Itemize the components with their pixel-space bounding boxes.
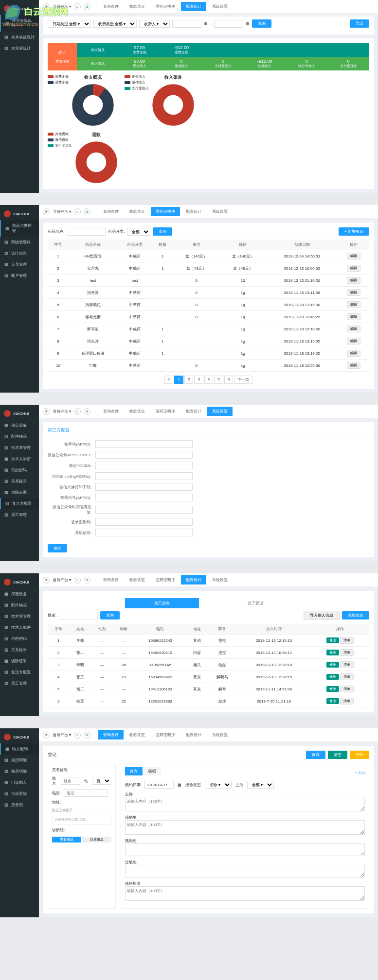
sidebar-item-future[interactable]: ▤未来收益统计 (0, 32, 39, 43)
refresh-icon[interactable]: ⟳ (43, 208, 50, 215)
list-button[interactable]: 清单 (340, 673, 354, 680)
edit-button[interactable]: 修改 (326, 686, 339, 692)
edit-button[interactable]: 编辑 (347, 362, 360, 369)
tel-input[interactable] (64, 789, 108, 797)
tab[interactable]: 医药证明序 (151, 730, 180, 739)
tab[interactable]: 查询条件 (98, 730, 124, 739)
sidebar-item[interactable]: ▦人员管理 (0, 259, 39, 270)
edit-button[interactable]: 编辑 (347, 277, 360, 284)
add-rx-link[interactable]: + 123 (355, 771, 365, 775)
edit-button[interactable]: 编辑 (347, 313, 360, 320)
sex-select[interactable]: 性别 ▾ (92, 777, 111, 785)
f4-input[interactable] (125, 865, 365, 877)
sidebar-item[interactable]: ▥员工管理 (0, 509, 39, 520)
add-button[interactable]: 添加信息 (342, 611, 369, 619)
doc-select[interactable]: 全部 ▾ (247, 781, 274, 789)
calendar-icon[interactable]: ▦ (246, 21, 250, 26)
sidebar-item[interactable]: ▤你的密码 (0, 633, 39, 644)
date-from-input[interactable] (172, 20, 201, 28)
sidebar-item[interactable]: ▦切除证果 (0, 487, 39, 498)
config-input[interactable] (95, 451, 193, 459)
config-input[interactable] (95, 462, 193, 469)
date-to-input[interactable] (214, 20, 243, 28)
sidebar-item[interactable]: ▦切除证果 (0, 655, 39, 667)
page-link[interactable]: 3 (194, 376, 203, 384)
f1-input[interactable] (125, 797, 365, 811)
page-link[interactable]: 6 (224, 376, 233, 384)
sidebar-item[interactable]: ▤复活方配置 (0, 498, 39, 509)
dropdown-platform[interactable]: 当前平台 ▾ (53, 732, 71, 738)
sidebar-item[interactable]: ▥技术资管理 (0, 442, 39, 453)
save-button[interactable]: 保存 (306, 751, 325, 759)
config-input[interactable] (95, 529, 193, 536)
tab[interactable]: 收款凭证 (125, 575, 150, 585)
tab[interactable]: 查询条件 (98, 207, 124, 216)
refresh-icon[interactable]: ⟳ (43, 408, 50, 415)
search-button[interactable]: 查询 (100, 611, 120, 619)
sidebar-item[interactable]: ▥独居明细 (0, 766, 39, 777)
search-input[interactable] (59, 612, 98, 619)
type-select[interactable]: 初诊 ▾ (205, 781, 232, 789)
sidebar-item[interactable]: ▦技术人加密 (0, 453, 39, 464)
edit-button[interactable]: 编辑 (347, 253, 360, 259)
name-input[interactable] (61, 777, 80, 785)
list-button[interactable]: 清单 (340, 661, 354, 668)
tab[interactable]: 收款凭证 (125, 730, 150, 739)
tab[interactable]: 配查统计 (181, 207, 206, 216)
page-link[interactable]: 2 (184, 376, 193, 384)
edit-button[interactable]: 修改 (326, 637, 339, 643)
tab[interactable]: 查询条件 (98, 575, 124, 585)
import-button[interactable]: 导入病人信息 (304, 611, 340, 620)
sidebar-item[interactable]: ▥关系提示 (0, 644, 39, 655)
tab[interactable]: 收款凭证 (125, 207, 150, 216)
tab-4[interactable]: 配查统计 (181, 2, 206, 11)
advice-tab[interactable]: 医嘱 (144, 767, 161, 775)
tab[interactable]: 医药证明序 (151, 575, 180, 585)
print-button[interactable]: 打印 (350, 751, 369, 759)
sidebar-item[interactable]: ▦转方配制 (0, 743, 39, 755)
tab[interactable]: 医药证明序 (151, 407, 180, 416)
subtab-staff-mgmt[interactable]: 员工管理 (218, 598, 292, 608)
clear-button[interactable]: 清空 (328, 751, 347, 759)
f5-input[interactable] (125, 886, 365, 901)
edit-button[interactable]: 修改 (326, 650, 339, 655)
edit-button[interactable]: 修改 (326, 662, 339, 668)
home-icon[interactable]: ⌂ (74, 732, 81, 739)
refresh-icon[interactable]: ⟳ (43, 577, 50, 584)
settings-icon[interactable]: ✿ (84, 732, 90, 739)
settings-icon[interactable]: ✿ (84, 208, 90, 215)
page-link[interactable]: 5 (214, 376, 223, 384)
sidebar-item[interactable]: ▤配件物品 (0, 600, 39, 611)
config-input[interactable] (95, 494, 193, 501)
tab[interactable]: 系统设置 (207, 575, 233, 585)
edit-button[interactable]: 编辑 (347, 289, 360, 296)
dropdown-platform[interactable]: 当前平台 ▾ (53, 209, 71, 214)
sidebar-item[interactable]: ▦药品与费用守 (0, 220, 39, 237)
edit-button[interactable]: 编辑 (347, 265, 360, 272)
home-icon[interactable]: ⌂ (74, 208, 81, 215)
sidebar-item-main-biz[interactable]: ▥主营业统计 (0, 43, 39, 54)
date-input[interactable] (144, 781, 174, 789)
filter-fee-type[interactable]: 收费类型 全部 ▾ (93, 20, 137, 28)
sidebar-item[interactable]: ▦保定设备 (0, 588, 39, 600)
tab[interactable]: 系统设置 (207, 207, 233, 216)
rx-tab[interactable]: 处方 (125, 767, 143, 775)
list-button[interactable]: 清单 (340, 649, 354, 656)
refresh-icon[interactable]: ⟳ (43, 732, 50, 739)
view-info-button[interactable]: 查看信息 (52, 837, 81, 842)
sidebar-item[interactable]: ▥诊疗信息 (0, 248, 39, 259)
dropdown-platform[interactable]: 当前平台 ▾ (53, 577, 71, 583)
sidebar-item[interactable]: ▤配件物品 (0, 431, 39, 442)
sidebar-item[interactable]: ▥员工管理 (0, 678, 39, 689)
list-button[interactable]: 清单 (340, 698, 354, 705)
sidebar-item[interactable]: ▦保定设备 (0, 420, 39, 431)
tab[interactable]: 系统设置 (207, 407, 233, 416)
f3-input[interactable] (125, 843, 365, 856)
sidebar-item[interactable]: ▤药物管理科 (0, 237, 39, 248)
settings-icon[interactable]: ✿ (84, 577, 90, 584)
edit-button[interactable]: 编辑 (347, 350, 360, 357)
sidebar-item[interactable]: ▤信息通知 (0, 788, 39, 799)
edit-button[interactable]: 修改 (326, 674, 339, 680)
sidebar-item[interactable]: ▦技术人加密 (0, 622, 39, 633)
tab[interactable]: 配查统计 (181, 407, 206, 416)
